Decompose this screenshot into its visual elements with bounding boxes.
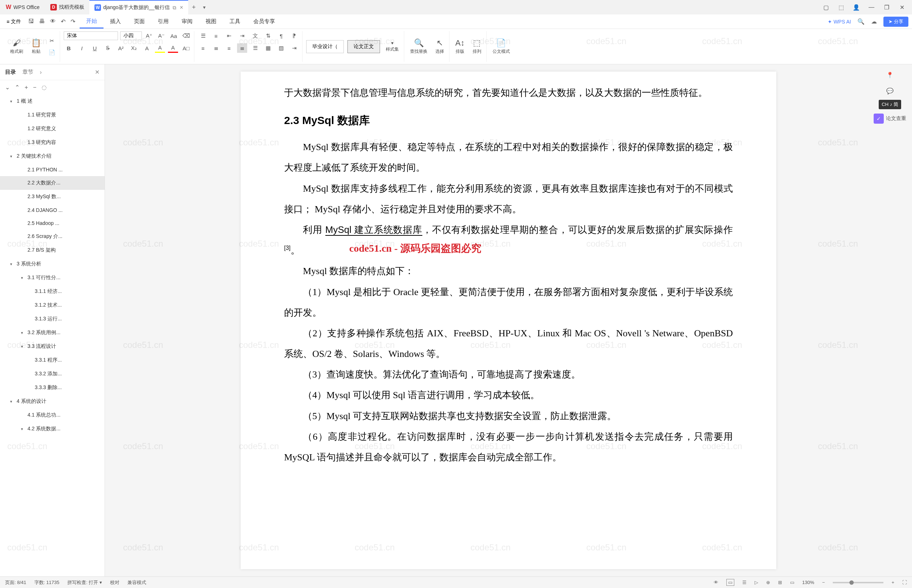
- outline-item[interactable]: 3.1.2 技术...: [0, 298, 105, 312]
- char-shading-icon[interactable]: A□: [181, 44, 191, 53]
- page-layout-icon[interactable]: ▭: [726, 579, 734, 586]
- avatar-icon[interactable]: 👤: [851, 2, 861, 12]
- redo-icon[interactable]: ↷: [71, 18, 75, 25]
- file-menu[interactable]: ≡ 文件: [3, 15, 24, 29]
- outline-item[interactable]: 2.3 MySql 数...: [0, 190, 105, 204]
- outline-item[interactable]: 1.3 研究内容: [0, 136, 105, 149]
- share-button[interactable]: ➤ 分享: [883, 17, 909, 27]
- line-spacing-icon[interactable]: ⇅: [263, 31, 273, 40]
- outline-item[interactable]: 3.3.2 添加...: [0, 367, 105, 381]
- zoom-in-icon[interactable]: +: [891, 580, 894, 585]
- preview-icon[interactable]: 👁: [50, 18, 56, 25]
- add-item-icon[interactable]: +: [24, 84, 28, 91]
- outline-item[interactable]: ▾3 系统分析: [0, 257, 105, 271]
- font-grow-icon[interactable]: A⁺: [144, 31, 154, 40]
- fullwidth-icon[interactable]: ▭: [790, 580, 794, 585]
- collapse-icon[interactable]: ⌄: [5, 84, 10, 91]
- tab-tools[interactable]: 工具: [223, 15, 247, 29]
- select-button[interactable]: ↖选择: [433, 37, 446, 56]
- print-icon[interactable]: 🖶: [39, 18, 45, 25]
- draft-view-icon[interactable]: ⊞: [778, 580, 782, 585]
- show-marks-icon[interactable]: ⁋: [289, 31, 299, 40]
- expand-icon[interactable]: ⌃: [15, 84, 19, 91]
- outline-item[interactable]: ▾3.2 系统用例...: [0, 326, 105, 339]
- new-tab-button[interactable]: +: [188, 3, 199, 11]
- clear-format-icon[interactable]: ⌫: [181, 31, 191, 40]
- remove-item-icon[interactable]: −: [33, 84, 36, 91]
- tab-review[interactable]: 审阅: [175, 15, 199, 29]
- number-list-icon[interactable]: ≡: [211, 31, 221, 40]
- para-spacing-icon[interactable]: ¶: [276, 31, 286, 40]
- strikethrough-icon[interactable]: S̶: [103, 44, 113, 53]
- align-right-icon[interactable]: ≡: [224, 44, 234, 53]
- outline-item[interactable]: 1.2 研究意义: [0, 122, 105, 136]
- align-center-icon[interactable]: ≣: [211, 44, 221, 53]
- outline-item[interactable]: 2.6 Scrapy 介...: [0, 229, 105, 243]
- font-name-select[interactable]: [64, 31, 118, 40]
- thesis-check-button[interactable]: ✓ 论文查重: [870, 111, 910, 126]
- style-thesis[interactable]: 毕业设计（: [306, 40, 344, 53]
- underline-icon[interactable]: U: [90, 44, 100, 53]
- font-size-select[interactable]: [120, 31, 142, 40]
- tab-menu-button[interactable]: ▾: [199, 4, 209, 10]
- chevron-right-icon[interactable]: ›: [40, 69, 42, 76]
- change-case-icon[interactable]: Aa: [168, 31, 179, 40]
- bookmark-icon[interactable]: 📍: [883, 68, 897, 82]
- web-view-icon[interactable]: ⊕: [766, 580, 770, 585]
- outline-item[interactable]: ▾4 系统的设计: [0, 394, 105, 408]
- outline-item[interactable]: 3.1.3 运行...: [0, 312, 105, 326]
- spellcheck-status[interactable]: 拼写检查: 打开 ▾: [67, 579, 102, 586]
- format-brush-button[interactable]: 🖌格式刷: [8, 37, 25, 56]
- outline-item[interactable]: 3.1.1 经济...: [0, 284, 105, 298]
- proof-button[interactable]: 校对: [110, 579, 120, 586]
- outline-item[interactable]: 2.7 B/S 架构: [0, 243, 105, 257]
- cut-icon[interactable]: ✂: [47, 36, 57, 45]
- tab-page[interactable]: 页面: [127, 15, 151, 29]
- restore-icon[interactable]: ❐: [881, 2, 892, 12]
- text-direction-icon[interactable]: 文: [250, 31, 260, 40]
- cloud-icon[interactable]: ☁: [871, 18, 877, 25]
- outline-item[interactable]: 2.1 PYTHON ...: [0, 163, 105, 176]
- outline-tab-toc[interactable]: 目录: [5, 69, 16, 76]
- outline-item[interactable]: 3.3.1 程序...: [0, 353, 105, 367]
- paste-button[interactable]: 📋粘贴: [29, 37, 43, 56]
- bold-icon[interactable]: B: [64, 44, 74, 53]
- font-shrink-icon[interactable]: A⁻: [156, 31, 167, 40]
- distribute-icon[interactable]: ☰: [250, 44, 260, 53]
- outline-tab-chapters[interactable]: 章节: [23, 69, 33, 76]
- align-justify-icon[interactable]: ≣: [237, 44, 247, 53]
- tab-member[interactable]: 会员专享: [247, 15, 282, 29]
- style-set-button[interactable]: ▾样式集: [384, 39, 401, 54]
- gov-mode-button[interactable]: 📄公文模式: [490, 37, 512, 56]
- zoom-level[interactable]: 130%: [802, 580, 814, 585]
- search-icon[interactable]: 🔍: [857, 18, 865, 25]
- style-body[interactable]: 论文正文: [347, 40, 380, 53]
- tab-reference[interactable]: 引用: [151, 15, 175, 29]
- outline-item[interactable]: ▾3.1 可行性分...: [0, 271, 105, 284]
- italic-icon[interactable]: I: [77, 44, 87, 53]
- popout-icon[interactable]: ⧉: [173, 5, 176, 11]
- close-tab-icon[interactable]: ×: [180, 4, 183, 11]
- link-icon[interactable]: ◌: [42, 84, 47, 91]
- bullet-list-icon[interactable]: ☰: [198, 31, 208, 40]
- outline-item[interactable]: 3.3.3 删除...: [0, 381, 105, 394]
- page-indicator[interactable]: 页面: 8/41: [5, 579, 26, 586]
- read-view-icon[interactable]: ▷: [755, 580, 758, 585]
- tab-home[interactable]: 开始: [79, 15, 104, 29]
- undo-icon[interactable]: ↶: [61, 18, 65, 25]
- eye-icon[interactable]: 👁: [714, 580, 718, 585]
- decrease-indent-icon[interactable]: ⇤: [224, 31, 234, 40]
- tab-document[interactable]: W django基于大数据的__银行信 ⧉ ×: [89, 0, 188, 15]
- tab-stop-icon[interactable]: ⇥: [289, 44, 299, 53]
- text-effect-icon[interactable]: A: [142, 44, 152, 53]
- zoom-out-icon[interactable]: −: [822, 580, 825, 585]
- align-left-icon[interactable]: ≡: [198, 44, 208, 53]
- language-badge[interactable]: CH ♪ 简: [879, 100, 901, 109]
- subscript-icon[interactable]: X₂: [129, 44, 139, 53]
- minimize-icon[interactable]: —: [867, 2, 876, 12]
- copy-icon[interactable]: 📄: [47, 48, 57, 57]
- shading-icon[interactable]: ▨: [276, 44, 286, 53]
- word-count[interactable]: 字数: 11735: [34, 579, 59, 586]
- superscript-icon[interactable]: A²: [116, 44, 126, 53]
- font-color-icon[interactable]: A: [168, 44, 178, 53]
